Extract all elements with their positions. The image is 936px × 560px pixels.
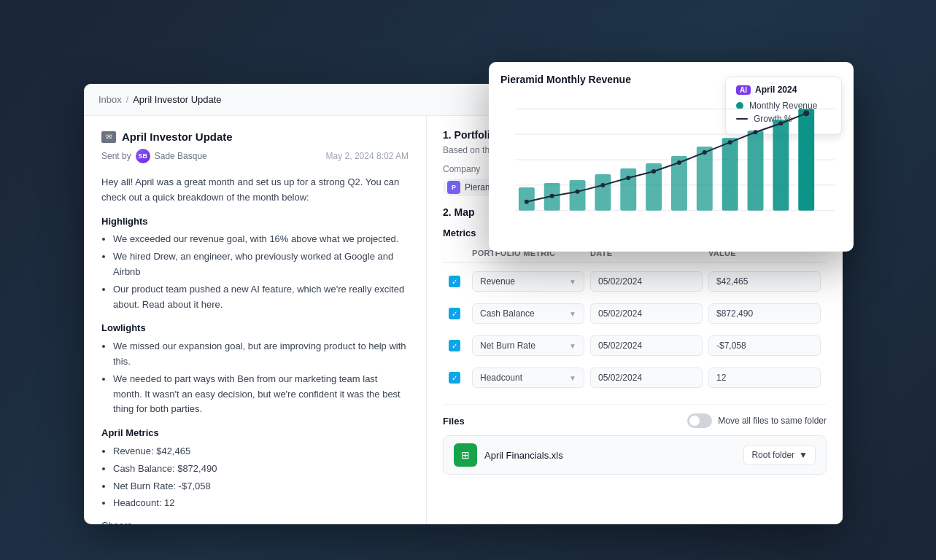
email-timestamp: May 2, 2024 8:02 AM xyxy=(326,151,409,161)
date-input-net-burn-rate[interactable]: 05/02/2024 xyxy=(590,335,703,356)
list-item: Headcount: 12 xyxy=(113,496,409,511)
checkbox-revenue[interactable]: ✓ xyxy=(449,276,460,287)
svg-point-26 xyxy=(754,130,758,134)
list-item: We missed our expansion goal, but are im… xyxy=(113,339,409,370)
toggle-move-files[interactable] xyxy=(687,413,712,428)
svg-rect-13 xyxy=(722,138,738,211)
lowlights-list: We missed our expansion goal, but are im… xyxy=(113,339,409,417)
file-info: ⊞ April Financials.xls xyxy=(454,443,563,467)
table-row: ✓ Revenue ▼ 05/02/2024 $42,465 xyxy=(443,267,827,296)
svg-rect-16 xyxy=(798,109,814,210)
email-body: Hey all! April was a great month and set… xyxy=(101,175,409,524)
email-message: ✉ April Investor Update Sent by SB Sade … xyxy=(84,116,427,524)
svg-point-25 xyxy=(728,140,732,144)
metric-select-cash-balance[interactable]: Cash Balance ▼ xyxy=(472,303,584,324)
svg-point-23 xyxy=(677,160,681,165)
metrics-title: Metrics xyxy=(443,228,476,238)
date-input-headcount[interactable]: 05/02/2024 xyxy=(590,368,703,388)
chevron-down-icon: ▼ xyxy=(569,310,576,318)
svg-point-27 xyxy=(778,121,783,125)
svg-point-21 xyxy=(626,176,630,180)
svg-rect-9 xyxy=(620,168,636,211)
checkbox-headcount[interactable]: ✓ xyxy=(449,372,460,384)
highlights-list: We exceeded our revenue goal, with 16% a… xyxy=(113,232,409,312)
list-item: Revenue: $42,465 xyxy=(113,444,409,459)
email-header: ✉ April Investor Update xyxy=(101,131,409,143)
email-meta: Sent by SB Sade Basque May 2, 2024 8:02 … xyxy=(101,149,409,163)
ai-badge: AI xyxy=(736,85,751,95)
svg-rect-12 xyxy=(697,147,713,211)
metric-select-headcount[interactable]: Headcount ▼ xyxy=(472,368,584,388)
table-row: ✓ Headcount ▼ 05/02/2024 12 xyxy=(443,363,827,392)
svg-point-28 xyxy=(803,110,809,116)
chart-svg xyxy=(500,94,842,240)
excel-file-icon: ⊞ xyxy=(454,443,477,467)
list-item: Cash Balance: $872,490 xyxy=(113,462,409,477)
tooltip-header: AI April 2024 xyxy=(736,85,831,95)
list-item: Net Burn Rate: -$7,058 xyxy=(113,479,409,494)
file-row: ⊞ April Financials.xls Root folder ▼ xyxy=(443,435,827,475)
highlights-title: Highlights xyxy=(101,214,409,230)
svg-point-17 xyxy=(525,200,529,204)
files-section: Files Move all files to same folder ⊞ Ap… xyxy=(443,404,827,475)
chevron-down-icon: ▼ xyxy=(799,450,808,460)
date-input-cash-balance[interactable]: 05/02/2024 xyxy=(590,303,703,324)
svg-point-19 xyxy=(576,190,580,194)
body-intro: Hey all! April was a great month and set… xyxy=(101,175,409,206)
folder-select[interactable]: Root folder ▼ xyxy=(743,445,816,465)
breadcrumb-inbox[interactable]: Inbox xyxy=(98,94,122,105)
sender-name: Sade Basque xyxy=(155,151,207,161)
svg-rect-8 xyxy=(595,174,611,211)
list-item: Our product team pushed a new AI feature… xyxy=(113,282,409,313)
svg-rect-15 xyxy=(773,120,789,210)
cheers-text: Cheers, xyxy=(101,518,409,524)
svg-point-20 xyxy=(600,183,605,187)
company-logo: P xyxy=(447,181,460,194)
list-item: We needed to part ways with Ben from our… xyxy=(113,372,409,417)
tooltip-date: April 2024 xyxy=(755,85,797,95)
svg-point-18 xyxy=(550,194,554,198)
value-input-revenue[interactable]: $42,465 xyxy=(708,271,821,292)
move-toggle-area[interactable]: Move all files to same folder xyxy=(687,413,827,428)
april-metrics-list: Revenue: $42,465 Cash Balance: $872,490 … xyxy=(113,444,409,511)
metric-select-net-burn-rate[interactable]: Net Burn Rate ▼ xyxy=(472,335,584,356)
april-metrics-title: April Metrics xyxy=(101,426,409,441)
svg-point-22 xyxy=(651,169,656,174)
files-header: Files Move all files to same folder xyxy=(443,413,827,428)
email-envelope-icon: ✉ xyxy=(101,131,116,143)
chart-modal: Pieramid Monthly Revenue AI April 2024 M… xyxy=(489,62,854,252)
table-row: ✓ Net Burn Rate ▼ 05/02/2024 -$7,058 xyxy=(443,331,827,360)
value-input-net-burn-rate[interactable]: -$7,058 xyxy=(708,335,821,356)
files-title: Files xyxy=(443,416,465,427)
checkbox-net-burn-rate[interactable]: ✓ xyxy=(449,340,460,351)
email-sender: Sent by SB Sade Basque xyxy=(101,149,207,163)
value-input-headcount[interactable]: 12 xyxy=(708,368,821,388)
list-item: We exceeded our revenue goal, with 16% a… xyxy=(113,232,409,247)
move-files-label: Move all files to same folder xyxy=(718,416,827,426)
value-input-cash-balance[interactable]: $872,490 xyxy=(708,303,821,324)
breadcrumb-separator: / xyxy=(126,95,128,105)
chart-area xyxy=(500,94,842,240)
chevron-down-icon: ▼ xyxy=(569,342,576,350)
svg-rect-7 xyxy=(570,180,586,211)
sent-by-label: Sent by xyxy=(101,151,131,161)
chevron-down-icon: ▼ xyxy=(569,278,576,286)
list-item: We hired Drew, an engineer, who previous… xyxy=(113,249,409,280)
checkbox-cash-balance[interactable]: ✓ xyxy=(449,308,460,319)
chevron-down-icon: ▼ xyxy=(569,374,576,382)
email-subject: April Investor Update xyxy=(122,131,233,143)
svg-point-24 xyxy=(703,150,707,155)
lowlights-title: Lowlights xyxy=(101,321,409,336)
table-row: ✓ Cash Balance ▼ 05/02/2024 $872,490 xyxy=(443,299,827,328)
svg-rect-14 xyxy=(748,131,764,211)
date-input-revenue[interactable]: 05/02/2024 xyxy=(590,271,703,292)
svg-rect-5 xyxy=(519,187,535,211)
avatar: SB xyxy=(136,149,150,163)
metric-select-revenue[interactable]: Revenue ▼ xyxy=(472,271,584,292)
file-name: April Financials.xls xyxy=(484,450,563,461)
folder-label: Root folder xyxy=(751,450,794,460)
breadcrumb-current: April Investor Update xyxy=(133,94,221,105)
